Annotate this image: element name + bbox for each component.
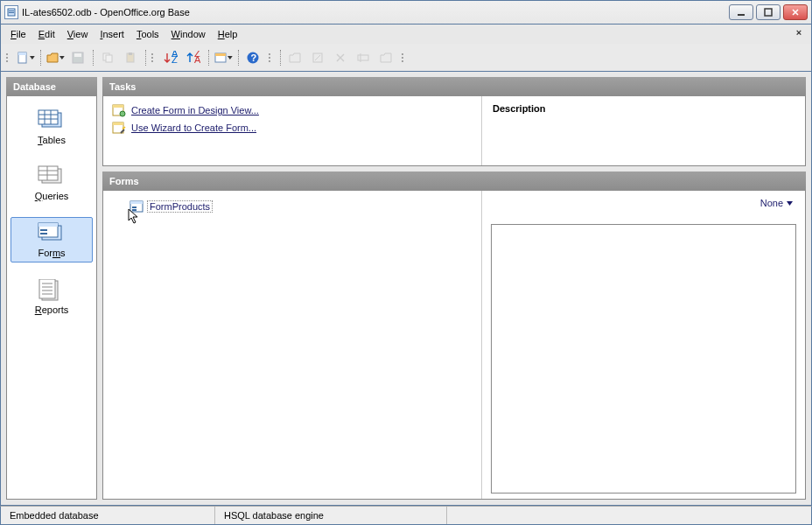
description-label: Description <box>493 103 794 114</box>
sidebar-item-forms[interactable]: Forms <box>10 217 93 262</box>
toolbar-grip[interactable] <box>150 48 157 67</box>
svg-rect-38 <box>40 229 47 231</box>
svg-rect-4 <box>765 9 772 16</box>
cursor-icon <box>128 208 140 224</box>
sidebar-item-reports[interactable]: Reports <box>10 275 93 318</box>
svg-rect-39 <box>40 233 47 234</box>
save-button[interactable] <box>67 47 88 68</box>
preview-box <box>491 224 796 494</box>
rename-button[interactable] <box>353 47 374 68</box>
preview-mode-label: None <box>760 198 783 208</box>
help-button[interactable]: ? <box>242 47 263 68</box>
database-panel: Database Tables Queries Forms Reports <box>6 77 97 500</box>
minimize-button[interactable] <box>729 4 753 20</box>
preview-mode-dropdown[interactable]: None <box>491 196 796 210</box>
edit-button[interactable] <box>307 47 328 68</box>
sidebar-label-reports: Reports <box>35 304 69 315</box>
svg-rect-41 <box>39 279 55 298</box>
close-button[interactable] <box>783 4 808 20</box>
toolbar-sep <box>277 48 283 67</box>
mdi-close-button[interactable]: × <box>792 27 806 38</box>
toolbar-sep <box>38 48 43 67</box>
wizard-icon <box>112 121 126 135</box>
paste-button[interactable] <box>120 47 141 68</box>
new-folder-button[interactable] <box>375 47 396 68</box>
work-area: Database Tables Queries Forms Reports Ta <box>0 72 812 506</box>
sidebar-item-tables[interactable]: Tables <box>10 105 93 149</box>
form-dropdown-button[interactable] <box>213 47 234 68</box>
task-use-wizard[interactable]: Use Wizard to Create Form... <box>112 121 472 135</box>
statusbar: Embedded database HSQL database engine <box>0 506 812 525</box>
menu-view[interactable]: View <box>61 27 94 41</box>
toolbar-sep <box>235 48 241 67</box>
menu-edit[interactable]: Edit <box>32 27 61 41</box>
toolbar-sep <box>90 48 95 67</box>
sort-asc-button[interactable]: AZ <box>160 47 181 68</box>
tasks-body: Create Form in Design View... Use Wizard… <box>102 96 806 166</box>
task-label: Create Form in Design View... <box>131 105 259 116</box>
status-db-type: Embedded database <box>1 507 215 524</box>
tables-icon <box>36 108 67 133</box>
window-title: IL-ates6502.odb - OpenOffice.org Base <box>22 7 729 18</box>
status-spacer <box>447 507 811 524</box>
maximize-button[interactable] <box>756 4 780 20</box>
forms-body: FormProducts None <box>102 191 806 500</box>
status-db-engine: HSQL database engine <box>215 507 447 524</box>
task-create-form-design[interactable]: Create Form in Design View... <box>112 103 472 117</box>
svg-text:Z: Z <box>172 54 178 65</box>
new-doc-button[interactable] <box>15 47 36 68</box>
toolbar-sep <box>206 48 211 67</box>
menu-window[interactable]: Window <box>165 27 212 41</box>
form-item-formproducts[interactable]: FormProducts <box>130 200 213 214</box>
menu-file[interactable]: File <box>4 27 32 41</box>
queries-icon <box>36 164 67 189</box>
open-button[interactable] <box>45 47 66 68</box>
menu-help[interactable]: Help <box>212 27 244 41</box>
sidebar-label-queries: Queries <box>35 191 69 201</box>
svg-rect-12 <box>129 52 132 55</box>
svg-rect-25 <box>38 110 58 124</box>
svg-rect-6 <box>18 52 26 55</box>
task-description-column: Description <box>481 96 805 165</box>
forms-list[interactable]: FormProducts <box>103 191 481 499</box>
content-column: Tasks Create Form in Design View... Use … <box>102 77 806 500</box>
reports-icon <box>36 278 67 303</box>
app-icon <box>4 5 18 19</box>
task-label: Use Wizard to Create Form... <box>131 122 256 133</box>
window-controls <box>729 4 808 20</box>
toolbar-sep <box>143 48 148 67</box>
svg-rect-22 <box>358 55 368 60</box>
toolbar-grip[interactable] <box>267 48 274 67</box>
form-item-name: FormProducts <box>147 200 213 213</box>
svg-rect-37 <box>38 223 58 227</box>
svg-rect-10 <box>106 55 112 62</box>
svg-rect-8 <box>74 53 81 57</box>
svg-point-48 <box>120 111 125 116</box>
svg-rect-50 <box>113 122 123 125</box>
delete-button[interactable] <box>330 47 351 68</box>
toolbar: AZ ZA ? <box>0 44 812 72</box>
svg-rect-47 <box>113 105 123 108</box>
database-panel-header: Database <box>6 77 97 96</box>
toolbar-grip[interactable] <box>400 48 407 67</box>
menu-tools[interactable]: Tools <box>130 27 165 41</box>
tasks-panel: Tasks Create Form in Design View... Use … <box>102 77 806 166</box>
open-folder-button[interactable] <box>284 47 305 68</box>
menubar: File Edit View Insert Tools Window Help … <box>0 24 812 44</box>
svg-text:?: ? <box>251 52 257 63</box>
database-panel-body: Tables Queries Forms Reports <box>6 96 97 500</box>
svg-rect-3 <box>738 14 745 16</box>
sidebar-item-queries[interactable]: Queries <box>10 161 93 205</box>
sort-desc-button[interactable]: ZA <box>183 47 204 68</box>
svg-rect-2 <box>9 12 14 13</box>
sidebar-label-forms: Forms <box>38 248 65 258</box>
svg-rect-1 <box>9 10 14 11</box>
titlebar: IL-ates6502.odb - OpenOffice.org Base <box>0 0 812 24</box>
copy-button[interactable] <box>97 47 118 68</box>
forms-preview-column: None <box>481 191 805 499</box>
tasks-header: Tasks <box>102 77 806 96</box>
toolbar-grip[interactable] <box>4 48 11 67</box>
chevron-down-icon <box>787 200 793 206</box>
menu-insert[interactable]: Insert <box>94 27 130 41</box>
svg-rect-52 <box>130 201 143 204</box>
